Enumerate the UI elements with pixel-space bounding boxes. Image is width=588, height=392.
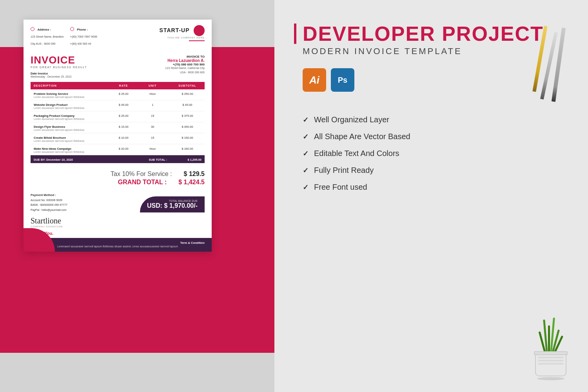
payment-section: Payment Method : Account No: 000006 9009… xyxy=(24,190,212,212)
date-value: Wednesday - December 25, 2022 xyxy=(31,75,87,78)
check-icon: ✓ xyxy=(303,132,309,141)
client-phone: +(70) 080 600 700 900 xyxy=(165,63,205,66)
invoice-table: DESCRIPTION RATE UNIT SUBTOTAL Problem S… xyxy=(31,82,205,163)
row-desc: Lorem asuuaraser iaervvdi lapsum fbifdol… xyxy=(34,107,109,109)
row-unit: Hour xyxy=(135,144,170,155)
invoice-document: Address : 123 Street Name, BrandionCity … xyxy=(24,20,212,252)
thank-you: Thank You. xyxy=(24,229,212,238)
location-icon xyxy=(31,27,34,31)
check-icon: ✓ xyxy=(303,116,309,124)
row-rate: $ 20.00 xyxy=(112,144,135,155)
balance-value: USD: $ 1,970.00/- xyxy=(147,202,198,209)
row-desc: Lorem asuuaraser iaervvdi lapsum fbifdol… xyxy=(34,151,109,153)
row-rate: $ 45.00 xyxy=(112,100,135,111)
table-row: Packaging Product CompanyLorem asuuarase… xyxy=(31,111,205,122)
right-panel: DEVELOPER PROJECT MODERN INVOICE TEMPLAT… xyxy=(274,0,588,392)
address-label: Address : xyxy=(37,28,51,31)
due-by-label: DUE BY: December 10, 2020 xyxy=(31,155,135,163)
company-tagline: TAGLINE COMPANY HERE xyxy=(160,36,205,39)
col-rate: RATE xyxy=(112,82,135,89)
row-rate: $ 15.00 xyxy=(112,122,135,133)
phone-value: +(80) 7000 7897 9006+(80) 400 500 44 xyxy=(70,35,97,45)
invoice-footer: Term & Condition Loremasert asuuaraser i… xyxy=(24,238,212,252)
phone-block: Phone : +(80) 7000 7897 9006+(80) 400 50… xyxy=(70,25,97,46)
row-subtotal: $ 250.00 xyxy=(170,89,205,100)
header-contact: Address : 123 Street Name, BrandionCity … xyxy=(31,25,97,46)
row-unit: 30 xyxy=(135,122,170,133)
totals-section: Tax 10% For Service : $ 129.5 GRAND TOTA… xyxy=(24,167,212,189)
col-subtotal: SUBTOTAL xyxy=(170,82,205,89)
list-item: ✓ Editable Text And Colors xyxy=(303,149,568,158)
grass-blade xyxy=(548,325,550,353)
row-unit: Hour xyxy=(135,89,170,100)
account-number: Account No: 000006 9009 xyxy=(31,198,67,203)
company-brand: START-UP TAGLINE COMPANY HERE xyxy=(160,25,205,41)
grand-total-label: GRAND TOTAL : xyxy=(118,179,167,186)
feature-text: Well Organized Layer xyxy=(314,115,389,124)
table-row: Make New Ideas CampaignLorem asuuaraser … xyxy=(31,144,205,155)
row-subtotal: $ 150.00 xyxy=(170,133,205,144)
table-row: Create Bifold BrochureLorem asuuaraser i… xyxy=(31,133,205,144)
row-unit: 15 xyxy=(135,133,170,144)
decoration-area xyxy=(517,24,564,110)
payment-info: Payment Method : Account No: 000006 9009… xyxy=(31,192,67,212)
row-rate: $ 10.00 xyxy=(112,133,135,144)
company-name: START-UP xyxy=(160,27,190,33)
terms-text: Loremasert asuuaraser iaervvdi lapsum fb… xyxy=(31,245,205,249)
list-item: ✓ Free Font used xyxy=(303,183,568,192)
pot-line xyxy=(538,357,564,358)
address-value: 123 Street Name, BrandionCity AUS - 9000… xyxy=(31,35,64,45)
tax-row: Tax 10% For Service : $ 129.5 xyxy=(111,171,205,178)
paypal-info: PayPal : hello@yourmail.com xyxy=(31,208,67,213)
feature-text: Free Font used xyxy=(314,183,367,192)
payment-label: Payment Method : xyxy=(31,192,67,198)
row-subtotal: $ 375.00 xyxy=(170,111,205,122)
invoice-date-block: Date Invoice Wednesday - December 25, 20… xyxy=(31,72,87,78)
plant-area xyxy=(533,318,568,380)
invoice-top-row: INVOICE FOR GREAT BUSINESS RESULT Date I… xyxy=(31,55,205,78)
balance-label: TOTAL BALANCE DUE xyxy=(147,200,198,202)
signature-text: Startlione xyxy=(31,216,63,225)
grand-total-value: $ 1,424.5 xyxy=(178,179,205,186)
pot-rim xyxy=(534,351,568,355)
feature-text: Editable Text And Colors xyxy=(314,149,399,158)
invoice-to-label: INVOICE TO xyxy=(165,55,205,58)
sub-total-value: $ 1,295.00 xyxy=(170,155,205,163)
balance-bg: TOTAL BALANCE DUE USD: $ 1,970.00/- xyxy=(140,196,205,212)
col-unit: UNIT xyxy=(135,82,170,89)
check-icon: ✓ xyxy=(303,149,309,158)
invoice-to: INVOICE TO Herra Lazuardion A. +(70) 080… xyxy=(165,55,205,74)
tax-label: Tax 10% For Service : xyxy=(111,171,172,178)
row-title: Design Flyer Business xyxy=(34,125,109,129)
company-sig-label: COMPANY SIGNATURE xyxy=(31,225,63,228)
row-title: Make New Ideas Campaign xyxy=(34,147,109,151)
totals-table: Tax 10% For Service : $ 129.5 GRAND TOTA… xyxy=(111,171,205,187)
plant-pot xyxy=(535,353,566,376)
signature-section: Startlione COMPANY SIGNATURE xyxy=(24,214,212,229)
phone-label: Phone : xyxy=(77,28,88,31)
signature-block: Startlione COMPANY SIGNATURE xyxy=(31,216,63,228)
pot-shadow xyxy=(537,377,564,380)
pot-line xyxy=(538,363,564,365)
terms-label: Term & Condition xyxy=(31,241,205,245)
row-desc: Lorem asuuaraser iaervvdi lapsum fbifdol… xyxy=(34,129,109,131)
features-list: ✓ Well Organized Layer ✓ All Shape Are V… xyxy=(294,115,568,192)
date-label: Date Invoice xyxy=(31,72,87,75)
table-row: Design Flyer BusinessLorem asuuaraser ia… xyxy=(31,122,205,133)
company-logo xyxy=(194,25,205,36)
col-description: DESCRIPTION xyxy=(31,82,112,89)
phone-icon xyxy=(70,27,74,31)
row-subtotal: $ 45.00 xyxy=(170,100,205,111)
invoice-header: Address : 123 Street Name, BrandionCity … xyxy=(24,20,212,50)
list-item: ✓ Well Organized Layer xyxy=(303,115,568,124)
balance-section: TOTAL BALANCE DUE USD: $ 1,970.00/- xyxy=(101,196,205,212)
invoice-body: INVOICE FOR GREAT BUSINESS RESULT Date I… xyxy=(24,50,212,167)
ps-icon: Ps xyxy=(331,68,354,92)
due-by-row: DUE BY: December 10, 2020 SUB TOTAL : $ … xyxy=(31,155,205,163)
row-title: Website Design Product xyxy=(34,103,109,107)
feature-text: All Shape Are Vector Based xyxy=(314,132,410,141)
row-rate: $ 25.00 xyxy=(112,111,135,122)
row-unit: 1 xyxy=(135,100,170,111)
row-rate: $ 25.00 xyxy=(112,89,135,100)
bank-info: BANK : BAN00000 090 67777 xyxy=(31,203,67,208)
